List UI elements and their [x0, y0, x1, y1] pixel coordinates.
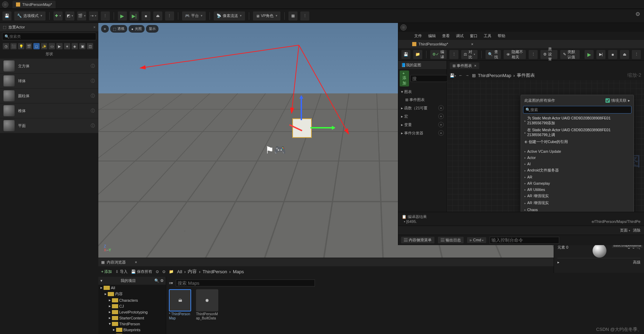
menu-debug[interactable]: 调试 — [456, 33, 464, 39]
cm-category-item[interactable]: ▸ AR Gameplay — [522, 180, 632, 186]
menu-file[interactable]: 文件 — [414, 33, 422, 39]
layout-button[interactable]: ▦ — [288, 11, 298, 21]
player-start-icon[interactable]: ⚑🎮 — [265, 144, 286, 156]
info-icon[interactable]: ⓘ — [91, 93, 95, 99]
vp-menu-icon[interactable]: ≡ — [101, 25, 109, 33]
cb-breadcrumb[interactable]: All › 内容 › ThirdPerson › Maps — [177, 268, 244, 275]
cb-nav-back-icon[interactable]: ⊙ — [156, 269, 159, 274]
play-options-icon[interactable]: ⋮ — [165, 11, 174, 21]
add-icon[interactable]: + — [438, 114, 444, 119]
vp-role-dropdown[interactable]: 🖥 VP角色 ▼ — [253, 11, 281, 21]
cm-category-item[interactable]: ▸ AR 增强现实 — [522, 193, 632, 200]
tree-item[interactable]: ▸ Characters — [98, 297, 166, 303]
cat-recent-icon[interactable]: ◷ — [3, 43, 9, 49]
cb-filter-icon[interactable]: ≡▾ — [169, 281, 173, 285]
gizmo-x-axis[interactable] — [310, 127, 335, 128]
cb-nav-fwd-icon[interactable]: ⊙ — [162, 269, 165, 274]
shape-item[interactable]: 球体ⓘ — [0, 74, 98, 88]
close-icon[interactable]: × — [471, 42, 473, 46]
cm-category-item[interactable]: ▸ Active VCam Update — [522, 148, 632, 155]
mode-dropdown[interactable]: 🔧 选项模式 ▼ — [14, 11, 46, 21]
tree-item[interactable]: ▸ 内容 — [98, 291, 166, 297]
cm-category-item[interactable]: ▸ Chaos — [522, 207, 632, 212]
marketplace-button[interactable]: ◩▾ — [65, 11, 75, 21]
bp-mybp-tab[interactable]: 📘 我的蓝图 — [398, 61, 447, 69]
cat-shapes-icon[interactable]: ◻ — [33, 43, 40, 49]
cat-lights-icon[interactable]: 💡 — [18, 43, 24, 49]
cat-basic-icon[interactable]: ⬛ — [10, 43, 17, 49]
viewport[interactable]: ≡ ⬚ 透视 ● 光照 显示 ▸ ✥ ⟲ ⤢ 🌐 ◍ ⊞ 10 ∠ 10° ◢ … — [98, 23, 644, 258]
add-content-button[interactable]: ✚▾ — [53, 11, 63, 21]
info-icon[interactable]: ⓘ — [91, 108, 95, 114]
cm-action-item[interactable]: ⊕ 创建一个对Cube的引用 — [522, 139, 632, 145]
cat-cine-icon[interactable]: 🎬 — [26, 43, 32, 49]
more-icon[interactable]: ⋮ — [631, 50, 641, 59]
cat-vol-icon[interactable]: ▭ — [49, 43, 55, 49]
advanced-section[interactable]: 高级 — [633, 260, 641, 265]
cb-add-button[interactable]: + 添加 — [101, 269, 112, 274]
asset-item[interactable]: 🏔* ThirdPersonMap — [169, 289, 193, 321]
bp-add-button[interactable]: + 添加 — [400, 70, 409, 86]
menu-help[interactable]: 帮助 — [498, 33, 505, 39]
breadcrumb[interactable]: ⊞ ThirdPersonMap › 事件图表 — [472, 72, 535, 78]
bp-find-button[interactable]: 🔍 查找 — [485, 50, 501, 59]
bp-cmd-dropdown[interactable]: ▹ Cmd ▾ — [467, 237, 486, 243]
bp-settings-button[interactable]: ⚙ 类设置 — [540, 50, 558, 59]
gizmo-z-axis[interactable] — [301, 96, 302, 120]
bp-drawer-button[interactable]: ▤ 内容侧滑菜单 — [401, 237, 434, 243]
bp-category[interactable]: ⊞ 事件图表 — [398, 96, 447, 104]
bp-compile-button[interactable]: ⚙✓ 编译 — [430, 50, 447, 59]
bp-clear-button[interactable]: 清除 — [633, 228, 641, 233]
bp-cmd-input[interactable] — [490, 237, 559, 244]
info-icon[interactable]: ⓘ — [91, 78, 95, 84]
tree-item[interactable]: ▸ Input — [98, 333, 166, 334]
bp-save-button[interactable]: 💾 — [401, 50, 411, 59]
bp-category[interactable]: ▸ 宏+ — [398, 112, 447, 120]
bp-play-button[interactable]: ▶ — [584, 50, 594, 59]
shape-item[interactable]: 椎体ⓘ — [0, 103, 98, 118]
tree-item[interactable]: ▾ ThirdPerson — [98, 321, 166, 327]
bp-category[interactable]: ▸ 函数（21可覆+ — [398, 104, 447, 112]
bp-log-button[interactable]: ▤ 输出日志 — [438, 237, 464, 243]
bp-browse-button[interactable]: 📁 — [413, 50, 423, 59]
cat-geo-icon[interactable]: ◈ — [72, 43, 78, 49]
add-icon[interactable]: + — [438, 122, 444, 127]
nav-fwd-icon[interactable]: → — [465, 73, 469, 77]
platform-dropdown[interactable]: 🎮 平台 ▼ — [182, 11, 206, 21]
cat-other-icon[interactable]: ▣ — [79, 43, 85, 49]
cm-category-item[interactable]: ▸ AR — [522, 174, 632, 180]
bp-diff-button[interactable]: ⚖ 对比▾ — [461, 50, 478, 59]
vp-perspective-button[interactable]: ⬚ 透视 — [110, 25, 127, 33]
cb-search-input[interactable] — [176, 279, 315, 286]
cat-visual-icon[interactable]: ✨ — [41, 43, 47, 49]
level-tab[interactable]: ThirdPersonMap* — [13, 1, 56, 8]
info-icon[interactable]: ⓘ — [91, 123, 95, 129]
tree-item[interactable]: ▸ LevelPrototyping — [98, 309, 166, 315]
asset-item[interactable]: ⬢ThirdPersonMap_BuiltData — [196, 289, 220, 321]
search-classes-input[interactable]: 🔍 搜索类 — [2, 33, 96, 40]
cm-context-checkbox[interactable]: 情境关联 ▸ — [605, 98, 630, 103]
settings-gear-icon[interactable]: ⚙ — [634, 10, 642, 18]
cm-category-item[interactable]: ▸ AR 增强现实 — [522, 200, 632, 207]
vp-lighting-button[interactable]: ● 光照 — [129, 25, 145, 33]
add-icon[interactable]: + — [438, 105, 444, 111]
close-icon[interactable]: × — [135, 260, 137, 264]
play-next-button[interactable]: ▶| — [129, 11, 139, 21]
cb-folder-icon[interactable]: 📁 — [169, 269, 174, 274]
more-icon[interactable]: ⋮ — [528, 50, 538, 59]
cm-search-input[interactable]: 🔍 搜索 — [523, 106, 631, 114]
cm-action-item[interactable]: ▸ 在 Static Mesh Actor UAID C8D9D20B03890… — [522, 127, 632, 139]
more2-icon[interactable]: ⋮ — [300, 11, 310, 21]
info-icon[interactable]: ⓘ — [91, 63, 95, 69]
nav-save-icon[interactable]: 💾▾ — [450, 73, 456, 78]
tree-item[interactable]: ▸ Blueprints — [98, 327, 166, 333]
cb-saveall-button[interactable]: 💾 保存所有 — [131, 269, 152, 274]
sequence-button[interactable]: ⇢▾ — [89, 11, 98, 21]
bp-hide-button[interactable]: 👁 隐藏不相关 — [503, 50, 527, 59]
eject-button[interactable]: ⏏ — [153, 11, 163, 21]
bp-step-button[interactable]: ▶| — [596, 50, 606, 59]
tree-item[interactable]: ▸ All — [98, 285, 166, 291]
menu-edit[interactable]: 编辑 — [428, 33, 436, 39]
bp-defaults-button[interactable]: ✎ 类默认值 — [560, 50, 580, 59]
cm-category-item[interactable]: ▸ AR Utilities — [522, 186, 632, 193]
